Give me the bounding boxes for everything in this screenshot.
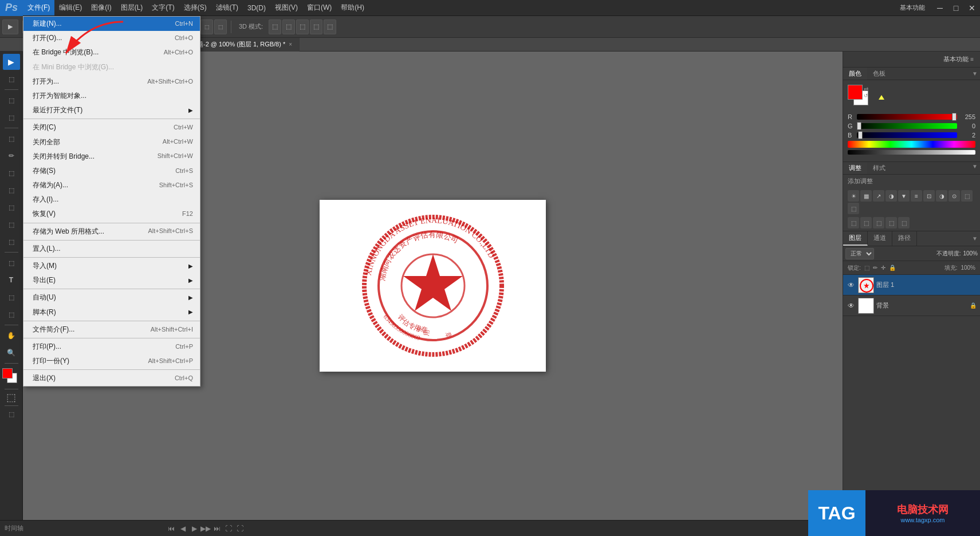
menu-print-one[interactable]: 打印一份(Y) Alt+Shift+Ctrl+P	[23, 354, 200, 368]
menu-new[interactable]: 新建(N)... Ctrl+N	[23, 17, 200, 31]
fg-color-swatch[interactable]	[2, 368, 13, 379]
adj-tab[interactable]: 调整	[843, 162, 867, 174]
adj-channelmix[interactable]: ⬚	[961, 190, 973, 202]
timeline-audio-btn[interactable]: ⛶	[235, 524, 245, 533]
adj-posterize[interactable]: ⬚	[860, 217, 872, 228]
tool-dodge[interactable]: ⬚	[3, 234, 20, 250]
timeline-end-btn[interactable]: ⏭	[212, 524, 222, 533]
tool-clone[interactable]: ⬚	[3, 165, 20, 181]
menu-window[interactable]: 窗口(W)	[302, 0, 336, 15]
tool-brush[interactable]: ✏	[3, 148, 20, 164]
3d-btn-2[interactable]: ⬚	[282, 19, 295, 34]
3d-btn-4[interactable]: ⬚	[310, 19, 322, 34]
timeline-next-btn[interactable]: ▶▶	[201, 524, 210, 533]
adj-vibrance[interactable]: ▼	[898, 190, 910, 202]
menu-file-info[interactable]: 文件简介(F)... Alt+Shift+Ctrl+I	[23, 322, 200, 337]
tool-text[interactable]: T	[3, 272, 20, 288]
menu-open[interactable]: 打开(O)... Ctrl+O	[23, 31, 200, 45]
swap-colors-btn[interactable]: ⇄	[864, 86, 868, 92]
menu-exit[interactable]: 退出(X) Ctrl+Q	[23, 371, 200, 385]
menu-script[interactable]: 脚本(R) ▶	[23, 305, 200, 320]
menu-save-as[interactable]: 存储为(A)... Shift+Ctrl+S	[23, 178, 200, 192]
layer1-visibility-btn[interactable]: 👁	[847, 281, 856, 290]
quick-mask-btn[interactable]: ⬚	[3, 392, 19, 403]
adj-colrlookup[interactable]: ⬚	[848, 203, 859, 214]
3d-btn-1[interactable]: ⬚	[269, 19, 281, 34]
menu-open-smart[interactable]: 打开为智能对象...	[23, 89, 200, 103]
timeline-start-btn[interactable]: ⏮	[167, 524, 176, 533]
layer-mode-select[interactable]: 正常	[845, 248, 874, 259]
tool-move[interactable]: ▶	[2, 19, 18, 34]
adj-levels[interactable]: ▦	[860, 190, 872, 202]
lock-all-btn[interactable]: 🔒	[889, 265, 896, 271]
menu-revert[interactable]: 恢复(V) F12	[23, 207, 200, 221]
menu-close[interactable]: 关闭(C) Ctrl+W	[23, 120, 200, 135]
adj-gradmap[interactable]: ⬚	[885, 217, 897, 228]
timeline-loop-btn[interactable]: ⛶	[224, 524, 233, 533]
menu-image[interactable]: 图像(I)	[86, 0, 116, 15]
menu-select[interactable]: 选择(S)	[179, 0, 211, 15]
lock-pixel-btn[interactable]: ⬚	[864, 265, 869, 271]
toolbar-btn-13[interactable]: ⬚	[214, 19, 227, 34]
menu-recent[interactable]: 最近打开文件(T) ▶	[23, 103, 200, 117]
tool-history-brush[interactable]: ⬚	[3, 182, 20, 198]
menu-bridge[interactable]: 在 Bridge 中浏览(B)... Alt+Ctrl+O	[23, 45, 200, 60]
adj-collapse-btn[interactable]: ▼	[972, 163, 978, 170]
tool-selection[interactable]: ▶	[3, 54, 20, 70]
swatches-tab[interactable]: 色板	[867, 68, 891, 80]
minimize-btn[interactable]: ─	[932, 0, 948, 16]
menu-save-web[interactable]: 存储为 Web 所用格式... Alt+Shift+Ctrl+S	[23, 224, 200, 239]
g-slider[interactable]	[857, 123, 957, 129]
menu-close-bridge[interactable]: 关闭并转到 Bridge... Shift+Ctrl+W	[23, 149, 200, 164]
menu-import[interactable]: 导入(M) ▶	[23, 259, 200, 273]
timeline-play-btn[interactable]: ▶	[190, 524, 199, 533]
color-tab[interactable]: 颜色	[843, 68, 867, 80]
hue-gradient-bar[interactable]	[848, 141, 975, 148]
bw-gradient-bar[interactable]	[848, 150, 975, 155]
lock-paint-btn[interactable]: ✏	[873, 265, 877, 271]
layer-row-layer1[interactable]: 👁 图层 1	[843, 275, 980, 295]
menu-checkin[interactable]: 存入(I)...	[23, 192, 200, 207]
tab-close-btn[interactable]: ×	[289, 41, 292, 48]
tool-zoom[interactable]: 🔍	[3, 345, 20, 361]
adj-colorbal[interactable]: ⊡	[923, 190, 935, 202]
g-value[interactable]: 0	[959, 123, 975, 129]
r-slider[interactable]	[857, 114, 957, 120]
tool-shape[interactable]: ⬚	[3, 306, 20, 322]
b-value[interactable]: 2	[959, 132, 975, 139]
menu-close-all[interactable]: 关闭全部 Alt+Ctrl+W	[23, 135, 200, 149]
lock-position-btn[interactable]: ✛	[881, 265, 885, 271]
tool-hand[interactable]: ✋	[3, 328, 20, 344]
tool-eraser[interactable]: ⬚	[3, 199, 20, 215]
close-btn[interactable]: ✕	[964, 0, 980, 16]
tool-path-select[interactable]: ⬚	[3, 289, 20, 305]
menu-print[interactable]: 打印(P)... Ctrl+P	[23, 340, 200, 354]
menu-export[interactable]: 导出(E) ▶	[23, 273, 200, 287]
workspace-label[interactable]: 基本功能	[900, 3, 932, 12]
fill-value[interactable]: 100%	[961, 265, 975, 271]
b-thumb[interactable]	[858, 131, 863, 139]
right-expand-icon[interactable]: ≡	[969, 56, 975, 62]
fg-bg-swatches[interactable]: ⇄ ↺	[848, 85, 876, 110]
tool-eyedropper[interactable]: ⬚	[3, 109, 20, 125]
adj-invert[interactable]: ⬚	[848, 217, 859, 228]
3d-btn-5[interactable]: ⬚	[324, 19, 336, 34]
menu-file[interactable]: 文件(F)	[23, 0, 54, 15]
layer-row-bg[interactable]: 👁 背景 🔒	[843, 295, 980, 316]
menu-help[interactable]: 帮助(H)	[336, 0, 369, 15]
screen-mode-btn[interactable]: ⬚	[3, 408, 19, 420]
layers-collapse-btn[interactable]: ▼	[972, 235, 978, 242]
layers-tab[interactable]: 图层	[843, 231, 868, 246]
tool-magic[interactable]: ⬚	[3, 71, 20, 87]
menu-save[interactable]: 存储(S) Ctrl+S	[23, 164, 200, 178]
menu-view[interactable]: 视图(V)	[270, 0, 302, 15]
tool-crop[interactable]: ⬚	[3, 92, 20, 108]
maximize-btn[interactable]: □	[948, 0, 964, 16]
tool-pen[interactable]: ⬚	[3, 255, 20, 271]
adj-selective[interactable]: ⬚	[898, 217, 910, 228]
menu-text[interactable]: 文字(T)	[147, 0, 179, 15]
adj-brightness[interactable]: ☀	[848, 190, 859, 202]
b-slider[interactable]	[857, 132, 957, 138]
adj-hsl[interactable]: ≡	[911, 190, 922, 202]
adj-bw[interactable]: ◑	[936, 190, 947, 202]
